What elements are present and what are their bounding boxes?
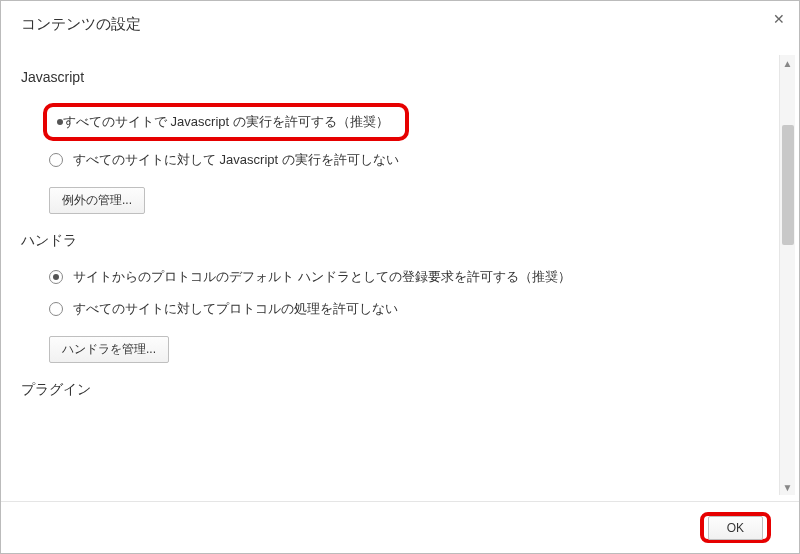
section-plugins: プラグイン: [21, 381, 757, 399]
section-title-javascript: Javascript: [21, 69, 757, 85]
radio-label-handlers-block: すべてのサイトに対してプロトコルの処理を許可しない: [73, 300, 398, 318]
manage-handlers-button[interactable]: ハンドラを管理...: [49, 336, 169, 363]
highlight-ok: OK: [700, 512, 771, 543]
radio-row-handlers-block[interactable]: すべてのサイトに対してプロトコルの処理を許可しない: [49, 300, 757, 318]
radio-javascript-block[interactable]: [49, 153, 63, 167]
dialog-title: コンテンツの設定: [21, 15, 141, 32]
scroll-down-icon[interactable]: ▼: [780, 479, 795, 495]
radio-label-handlers-allow: サイトからのプロトコルのデフォルト ハンドラとしての登録要求を許可する（推奨）: [73, 268, 571, 286]
radio-row-handlers-allow[interactable]: サイトからのプロトコルのデフォルト ハンドラとしての登録要求を許可する（推奨）: [49, 268, 757, 286]
section-title-handlers: ハンドラ: [21, 232, 757, 250]
content-area: Javascript すべてのサイトで Javascript の実行を許可する（…: [1, 51, 777, 493]
highlight-javascript-allow: すべてのサイトで Javascript の実行を許可する（推奨）: [43, 103, 409, 141]
dialog-footer: OK: [1, 501, 799, 553]
section-javascript: Javascript すべてのサイトで Javascript の実行を許可する（…: [21, 69, 757, 214]
radio-row-javascript-block[interactable]: すべてのサイトに対して Javascript の実行を許可しない: [49, 151, 757, 169]
ok-button[interactable]: OK: [708, 516, 763, 540]
radio-label-javascript-block: すべてのサイトに対して Javascript の実行を許可しない: [73, 151, 399, 169]
radio-label-javascript-allow: すべてのサイトで Javascript の実行を許可する（推奨）: [63, 113, 389, 131]
dialog-header: コンテンツの設定 ✕: [1, 1, 799, 44]
scrollbar-thumb[interactable]: [782, 125, 794, 245]
section-title-plugins: プラグイン: [21, 381, 757, 399]
radio-handlers-allow[interactable]: [49, 270, 63, 284]
scroll-up-icon[interactable]: ▲: [780, 55, 795, 71]
radio-handlers-block[interactable]: [49, 302, 63, 316]
section-handlers: ハンドラ サイトからのプロトコルのデフォルト ハンドラとしての登録要求を許可する…: [21, 232, 757, 363]
close-icon[interactable]: ✕: [773, 11, 785, 27]
manage-exceptions-button[interactable]: 例外の管理...: [49, 187, 145, 214]
vertical-scrollbar[interactable]: ▲ ▼: [779, 55, 795, 495]
